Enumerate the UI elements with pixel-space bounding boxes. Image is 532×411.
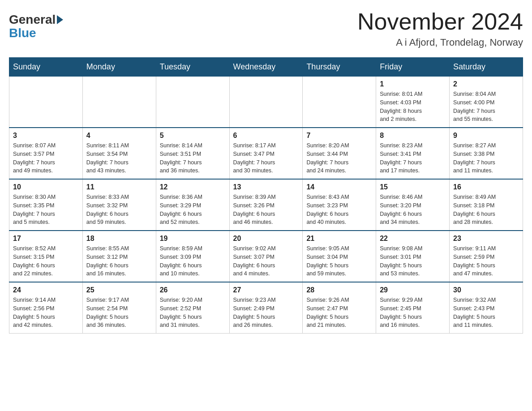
day-sun-info: Sunrise: 8:49 AM Sunset: 3:18 PM Dayligh… xyxy=(453,193,519,227)
day-number: 12 xyxy=(160,183,226,191)
day-number: 27 xyxy=(233,286,299,294)
day-sun-info: Sunrise: 8:20 AM Sunset: 3:44 PM Dayligh… xyxy=(306,141,372,175)
day-sun-info: Sunrise: 8:55 AM Sunset: 3:12 PM Dayligh… xyxy=(86,244,152,278)
day-number: 1 xyxy=(380,80,446,88)
calendar-day-cell: 16Sunrise: 8:49 AM Sunset: 3:18 PM Dayli… xyxy=(450,179,523,231)
calendar-day-cell xyxy=(82,77,156,128)
day-sun-info: Sunrise: 8:39 AM Sunset: 3:26 PM Dayligh… xyxy=(233,193,299,227)
calendar-day-cell: 2Sunrise: 8:04 AM Sunset: 4:00 PM Daylig… xyxy=(450,77,523,128)
calendar-day-cell: 10Sunrise: 8:30 AM Sunset: 3:35 PM Dayli… xyxy=(9,179,83,231)
day-sun-info: Sunrise: 8:43 AM Sunset: 3:23 PM Dayligh… xyxy=(306,193,372,227)
day-number: 19 xyxy=(160,235,226,243)
day-sun-info: Sunrise: 8:36 AM Sunset: 3:29 PM Dayligh… xyxy=(160,193,226,227)
calendar-day-cell: 23Sunrise: 9:11 AM Sunset: 2:59 PM Dayli… xyxy=(450,231,523,282)
title-section: November 2024 A i Afjord, Trondelag, Nor… xyxy=(357,9,523,48)
calendar-table: SundayMondayTuesdayWednesdayThursdayFrid… xyxy=(9,57,523,334)
day-sun-info: Sunrise: 8:23 AM Sunset: 3:41 PM Dayligh… xyxy=(380,141,446,175)
calendar-day-cell: 4Sunrise: 8:11 AM Sunset: 3:54 PM Daylig… xyxy=(82,128,156,179)
logo-blue-text: Blue xyxy=(9,26,36,40)
day-number: 16 xyxy=(453,183,519,191)
calendar-day-cell: 13Sunrise: 8:39 AM Sunset: 3:26 PM Dayli… xyxy=(229,179,303,231)
day-number: 29 xyxy=(380,286,446,294)
calendar-day-cell xyxy=(229,77,303,128)
month-title: November 2024 xyxy=(357,9,523,34)
day-number: 2 xyxy=(453,80,519,88)
day-sun-info: Sunrise: 8:30 AM Sunset: 3:35 PM Dayligh… xyxy=(13,193,79,227)
day-number: 22 xyxy=(380,235,446,243)
day-sun-info: Sunrise: 8:52 AM Sunset: 3:15 PM Dayligh… xyxy=(13,244,79,278)
calendar-day-cell: 22Sunrise: 9:08 AM Sunset: 3:01 PM Dayli… xyxy=(376,231,450,282)
day-of-week-header: Tuesday xyxy=(156,58,229,77)
day-sun-info: Sunrise: 8:27 AM Sunset: 3:38 PM Dayligh… xyxy=(453,141,519,175)
calendar-week-row: 24Sunrise: 9:14 AM Sunset: 2:56 PM Dayli… xyxy=(9,282,523,334)
day-number: 30 xyxy=(453,286,519,294)
day-sun-info: Sunrise: 8:17 AM Sunset: 3:47 PM Dayligh… xyxy=(233,141,299,175)
calendar-day-cell: 27Sunrise: 9:23 AM Sunset: 2:49 PM Dayli… xyxy=(229,282,303,334)
calendar-header-row: SundayMondayTuesdayWednesdayThursdayFrid… xyxy=(9,58,523,77)
calendar-day-cell: 29Sunrise: 9:29 AM Sunset: 2:45 PM Dayli… xyxy=(376,282,450,334)
day-sun-info: Sunrise: 8:04 AM Sunset: 4:00 PM Dayligh… xyxy=(453,90,519,124)
day-number: 21 xyxy=(306,235,372,243)
calendar-day-cell: 1Sunrise: 8:01 AM Sunset: 4:03 PM Daylig… xyxy=(376,77,450,128)
calendar-week-row: 10Sunrise: 8:30 AM Sunset: 3:35 PM Dayli… xyxy=(9,179,523,231)
day-sun-info: Sunrise: 8:11 AM Sunset: 3:54 PM Dayligh… xyxy=(86,141,152,175)
calendar-day-cell: 11Sunrise: 8:33 AM Sunset: 3:32 PM Dayli… xyxy=(82,179,156,231)
day-sun-info: Sunrise: 8:33 AM Sunset: 3:32 PM Dayligh… xyxy=(86,193,152,227)
day-number: 15 xyxy=(380,183,446,191)
page-header: General Blue November 2024 A i Afjord, T… xyxy=(9,9,523,48)
calendar-day-cell: 30Sunrise: 9:32 AM Sunset: 2:43 PM Dayli… xyxy=(450,282,523,334)
day-sun-info: Sunrise: 9:17 AM Sunset: 2:54 PM Dayligh… xyxy=(86,296,152,330)
calendar-day-cell: 3Sunrise: 8:07 AM Sunset: 3:57 PM Daylig… xyxy=(9,128,83,179)
calendar-day-cell: 24Sunrise: 9:14 AM Sunset: 2:56 PM Dayli… xyxy=(9,282,83,334)
day-sun-info: Sunrise: 8:59 AM Sunset: 3:09 PM Dayligh… xyxy=(160,244,226,278)
calendar-day-cell xyxy=(303,77,376,128)
day-number: 13 xyxy=(233,183,299,191)
day-of-week-header: Sunday xyxy=(9,58,83,77)
calendar-day-cell: 15Sunrise: 8:46 AM Sunset: 3:20 PM Dayli… xyxy=(376,179,450,231)
day-number: 9 xyxy=(453,132,519,140)
calendar-day-cell: 9Sunrise: 8:27 AM Sunset: 3:38 PM Daylig… xyxy=(450,128,523,179)
calendar-week-row: 17Sunrise: 8:52 AM Sunset: 3:15 PM Dayli… xyxy=(9,231,523,282)
day-number: 5 xyxy=(160,132,226,140)
day-number: 8 xyxy=(380,132,446,140)
day-number: 17 xyxy=(13,235,79,243)
day-number: 4 xyxy=(86,132,152,140)
day-of-week-header: Wednesday xyxy=(229,58,303,77)
day-number: 24 xyxy=(13,286,79,294)
day-sun-info: Sunrise: 9:20 AM Sunset: 2:52 PM Dayligh… xyxy=(160,296,226,330)
day-number: 18 xyxy=(86,235,152,243)
calendar-day-cell: 19Sunrise: 8:59 AM Sunset: 3:09 PM Dayli… xyxy=(156,231,229,282)
calendar-day-cell: 8Sunrise: 8:23 AM Sunset: 3:41 PM Daylig… xyxy=(376,128,450,179)
day-sun-info: Sunrise: 9:14 AM Sunset: 2:56 PM Dayligh… xyxy=(13,296,79,330)
logo-general-text: General xyxy=(9,13,56,26)
day-number: 3 xyxy=(13,132,79,140)
day-number: 14 xyxy=(306,183,372,191)
day-number: 26 xyxy=(160,286,226,294)
day-number: 23 xyxy=(453,235,519,243)
calendar-day-cell: 28Sunrise: 9:26 AM Sunset: 2:47 PM Dayli… xyxy=(303,282,376,334)
day-number: 11 xyxy=(86,183,152,191)
calendar-day-cell xyxy=(9,77,83,128)
calendar-day-cell: 6Sunrise: 8:17 AM Sunset: 3:47 PM Daylig… xyxy=(229,128,303,179)
day-sun-info: Sunrise: 9:32 AM Sunset: 2:43 PM Dayligh… xyxy=(453,296,519,330)
day-number: 10 xyxy=(13,183,79,191)
logo-arrow-icon xyxy=(57,15,63,24)
day-number: 6 xyxy=(233,132,299,140)
day-number: 25 xyxy=(86,286,152,294)
day-sun-info: Sunrise: 9:05 AM Sunset: 3:04 PM Dayligh… xyxy=(306,244,372,278)
calendar-day-cell: 7Sunrise: 8:20 AM Sunset: 3:44 PM Daylig… xyxy=(303,128,376,179)
calendar-week-row: 1Sunrise: 8:01 AM Sunset: 4:03 PM Daylig… xyxy=(9,77,523,128)
day-sun-info: Sunrise: 8:46 AM Sunset: 3:20 PM Dayligh… xyxy=(380,193,446,227)
calendar-week-row: 3Sunrise: 8:07 AM Sunset: 3:57 PM Daylig… xyxy=(9,128,523,179)
calendar-day-cell: 25Sunrise: 9:17 AM Sunset: 2:54 PM Dayli… xyxy=(82,282,156,334)
day-of-week-header: Thursday xyxy=(303,58,376,77)
logo: General Blue xyxy=(9,9,64,40)
calendar-day-cell: 26Sunrise: 9:20 AM Sunset: 2:52 PM Dayli… xyxy=(156,282,229,334)
calendar-day-cell: 17Sunrise: 8:52 AM Sunset: 3:15 PM Dayli… xyxy=(9,231,83,282)
calendar-day-cell: 5Sunrise: 8:14 AM Sunset: 3:51 PM Daylig… xyxy=(156,128,229,179)
calendar-day-cell: 20Sunrise: 9:02 AM Sunset: 3:07 PM Dayli… xyxy=(229,231,303,282)
location-text: A i Afjord, Trondelag, Norway xyxy=(357,37,523,48)
day-of-week-header: Monday xyxy=(82,58,156,77)
day-of-week-header: Friday xyxy=(376,58,450,77)
calendar-day-cell: 12Sunrise: 8:36 AM Sunset: 3:29 PM Dayli… xyxy=(156,179,229,231)
